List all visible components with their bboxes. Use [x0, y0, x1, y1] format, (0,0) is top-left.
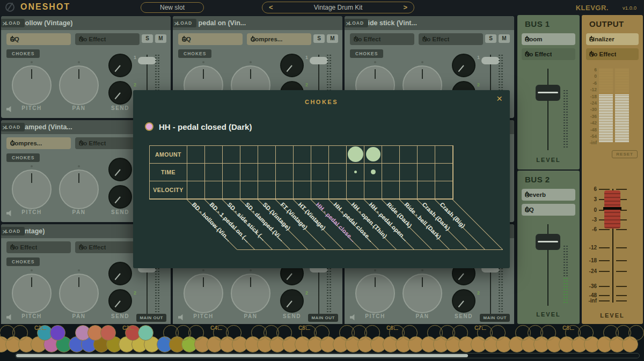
effect-slot-1-dropdown[interactable]: EQ∨: [178, 33, 243, 45]
mute-button[interactable]: M: [327, 34, 338, 43]
pan-knob[interactable]: [231, 274, 270, 313]
choke-cell[interactable]: [240, 181, 258, 199]
speaker-icon[interactable]: [6, 106, 14, 113]
choke-cell[interactable]: [382, 146, 400, 164]
black-key-pad[interactable]: [402, 325, 418, 341]
reset-meter-button[interactable]: RESET: [612, 150, 638, 158]
choke-cell[interactable]: [187, 181, 205, 199]
send2-knob[interactable]: [452, 289, 475, 313]
choke-cell[interactable]: [400, 181, 418, 199]
black-key-pad[interactable]: [50, 325, 65, 341]
choke-cell[interactable]: [435, 181, 453, 199]
close-strip-icon[interactable]: ×: [2, 227, 7, 235]
choke-cell[interactable]: [294, 181, 311, 199]
output-effect-dropdown[interactable]: Finalizer∨: [586, 33, 639, 45]
next-kit-icon[interactable]: >: [403, 3, 407, 11]
choke-cell[interactable]: [240, 146, 258, 164]
pan-knob[interactable]: [59, 274, 99, 313]
choke-cell[interactable]: [400, 146, 418, 164]
solo-button[interactable]: S: [142, 34, 153, 43]
new-slot-button[interactable]: New slot: [141, 2, 204, 13]
pitch-knob[interactable]: [12, 170, 52, 209]
choke-cell[interactable]: [276, 164, 294, 181]
choke-cell[interactable]: [223, 146, 240, 164]
close-strip-icon[interactable]: ×: [2, 123, 7, 131]
bus-fader-track[interactable]: [547, 69, 548, 150]
bus-fader-handle[interactable]: [536, 234, 560, 250]
speaker-icon[interactable]: [6, 210, 14, 217]
black-key-pad[interactable]: [276, 325, 292, 341]
choke-cell[interactable]: [258, 164, 276, 181]
chokes-button[interactable]: CHOKES: [178, 49, 211, 58]
pan-knob[interactable]: [59, 170, 99, 209]
black-key-pad[interactable]: [540, 325, 556, 341]
choke-cell[interactable]: [294, 146, 311, 164]
choke-cell[interactable]: [382, 164, 400, 181]
choke-cell[interactable]: [382, 181, 400, 199]
speaker-icon[interactable]: [350, 314, 357, 321]
choke-cell[interactable]: [311, 181, 329, 199]
choke-cell[interactable]: [294, 164, 311, 181]
black-key-pad[interactable]: [226, 325, 241, 341]
effect-slot-1-dropdown[interactable]: No Effect∨: [6, 241, 71, 253]
black-key-pad[interactable]: [452, 325, 468, 341]
black-key-pad[interactable]: [628, 325, 644, 341]
send1-knob[interactable]: [108, 54, 132, 77]
kit-selector[interactable]: < Vintage Drum Kit >: [262, 2, 414, 13]
choke-cell[interactable]: [329, 181, 347, 199]
choke-cell[interactable]: [276, 146, 294, 164]
choke-cell[interactable]: [364, 146, 382, 164]
choke-cell[interactable]: [240, 164, 258, 181]
choke-cell[interactable]: [258, 146, 276, 164]
choke-cell[interactable]: [187, 164, 205, 181]
close-strip-icon[interactable]: ×: [174, 19, 179, 27]
black-key-pad[interactable]: [578, 325, 594, 341]
send2-knob[interactable]: [280, 289, 304, 313]
choke-cell[interactable]: [187, 146, 205, 164]
solo-button[interactable]: S: [485, 34, 496, 43]
solo-button[interactable]: S: [313, 34, 325, 43]
bus-effect-dropdown[interactable]: Reverb∨: [522, 189, 575, 201]
send2-knob[interactable]: [108, 185, 132, 209]
pitch-knob[interactable]: [184, 274, 223, 313]
black-key-pad[interactable]: [490, 325, 506, 341]
effect-slot-1-dropdown[interactable]: Compres...∨: [6, 137, 71, 149]
strip-fader-handle[interactable]: [481, 57, 500, 64]
choke-cell[interactable]: [258, 181, 276, 199]
send1-knob[interactable]: [452, 54, 475, 77]
speaker-icon[interactable]: [6, 314, 14, 321]
choke-cell[interactable]: [364, 164, 382, 181]
effect-slot-1-dropdown[interactable]: No Effect∨: [350, 33, 414, 45]
chokes-button[interactable]: CHOKES: [350, 49, 383, 58]
choke-cell[interactable]: [435, 164, 453, 181]
speaker-icon[interactable]: [178, 314, 186, 321]
prev-kit-icon[interactable]: <: [269, 3, 273, 11]
effect-slot-2-dropdown[interactable]: No Effect∨: [75, 241, 140, 253]
strip-fader-handle[interactable]: [310, 57, 328, 64]
choke-cell[interactable]: [364, 181, 382, 199]
choke-cell[interactable]: [311, 164, 329, 181]
pitch-knob[interactable]: [12, 65, 52, 105]
choke-cell[interactable]: [205, 164, 223, 181]
send1-knob[interactable]: [108, 158, 132, 181]
effect-slot-2-dropdown[interactable]: Compres...∨: [247, 33, 311, 45]
choke-cell[interactable]: [347, 146, 364, 164]
strip-fader-handle[interactable]: [138, 57, 156, 64]
choke-cell[interactable]: [205, 181, 223, 199]
effect-slot-1-dropdown[interactable]: EQ∨: [6, 33, 71, 45]
mute-button[interactable]: M: [499, 34, 510, 43]
choke-cell[interactable]: [435, 146, 453, 164]
keyboard-scrollbar[interactable]: [15, 353, 640, 358]
close-modal-icon[interactable]: ×: [496, 93, 502, 104]
black-key-pad[interactable]: [100, 325, 116, 341]
choke-cell[interactable]: [329, 146, 347, 164]
choke-cell[interactable]: [311, 146, 329, 164]
scrollbar-thumb[interactable]: [16, 354, 468, 357]
mute-button[interactable]: M: [155, 34, 166, 43]
choke-cell[interactable]: [205, 146, 223, 164]
black-key-pad[interactable]: [12, 325, 28, 341]
send2-knob[interactable]: [108, 81, 132, 105]
close-strip-icon[interactable]: ×: [346, 19, 350, 27]
effect-slot-2-dropdown[interactable]: No Effect∨: [75, 33, 140, 45]
choke-cell[interactable]: [418, 146, 435, 164]
